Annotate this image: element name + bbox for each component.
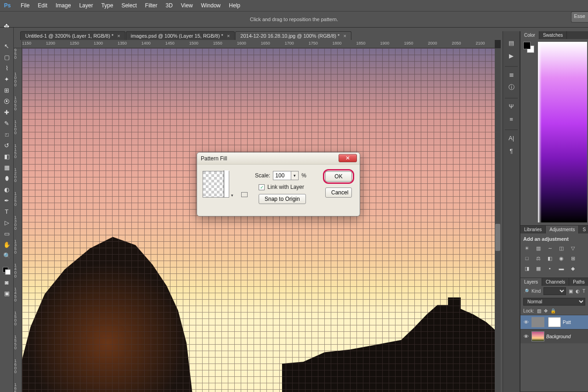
- cancel-button[interactable]: Cancel: [325, 187, 352, 198]
- lasso-tool[interactable]: ⌇: [1, 63, 12, 73]
- layer-thumbnail[interactable]: [531, 317, 544, 327]
- create-pattern-icon[interactable]: [241, 192, 248, 197]
- adj-gradient-map-icon[interactable]: ▬: [558, 265, 565, 272]
- layer-row[interactable]: 👁Background: [520, 329, 588, 343]
- link-with-layer-checkbox[interactable]: ✓: [259, 184, 265, 190]
- clone-source-icon[interactable]: ≡: [506, 114, 517, 124]
- info-icon[interactable]: ⓘ: [506, 82, 517, 92]
- vertical-ruler[interactable]: 9501000105011001150120012501300135014001…: [14, 48, 22, 392]
- layer-mask-thumbnail[interactable]: [548, 317, 561, 327]
- color-swatch-tool[interactable]: [1, 267, 12, 276]
- blur-tool[interactable]: ⬮: [1, 174, 12, 183]
- filter-kind-select[interactable]: [543, 287, 566, 295]
- filter-icon-2[interactable]: ◐: [576, 289, 580, 294]
- paragraph-icon[interactable]: ¶: [506, 146, 517, 156]
- tab-paths[interactable]: Paths: [569, 278, 588, 286]
- zoom-tool[interactable]: 🔍: [1, 251, 12, 260]
- pen-tool[interactable]: ✒: [1, 196, 12, 205]
- color-picker-field[interactable]: [538, 42, 587, 222]
- marquee-tool[interactable]: ▢: [1, 52, 12, 62]
- scale-input[interactable]: ▾: [273, 171, 299, 180]
- actions-icon[interactable]: ▶: [506, 51, 517, 61]
- close-icon[interactable]: ×: [227, 33, 230, 39]
- filter-icon-3[interactable]: T: [582, 289, 585, 294]
- lock-pixels-icon[interactable]: ▧: [537, 308, 541, 313]
- adj-selective-color-icon[interactable]: ◆: [569, 265, 577, 272]
- tab-channels[interactable]: Channels: [542, 278, 569, 286]
- adj-posterize-icon[interactable]: ▦: [535, 265, 542, 272]
- layer-name[interactable]: Patt: [563, 320, 571, 325]
- brushes-icon[interactable]: Ψ: [506, 101, 517, 111]
- adj-curves-icon[interactable]: ∼: [546, 244, 554, 252]
- filter-icon-1[interactable]: ▣: [569, 289, 573, 294]
- foreground-background-swatch[interactable]: [523, 42, 535, 54]
- history-icon[interactable]: ▤: [506, 38, 517, 48]
- document-tab[interactable]: Untitled-1 @ 3200% (Layer 1, RGB/8) *×: [20, 31, 125, 40]
- layer-name[interactable]: Background: [546, 334, 571, 339]
- layer-row[interactable]: 👁Patt: [520, 315, 588, 329]
- document-tab[interactable]: images.psd @ 100% (Layer 15, RGB/8) *×: [126, 31, 235, 40]
- tab-color[interactable]: Color: [520, 31, 539, 39]
- chevron-down-icon[interactable]: ▾: [291, 171, 298, 180]
- hand-tool[interactable]: ✋: [1, 240, 12, 249]
- move-tool[interactable]: ↖: [1, 41, 12, 51]
- menu-help[interactable]: Help: [225, 2, 244, 9]
- blend-mode-select[interactable]: Normal: [523, 298, 585, 306]
- brush-tool[interactable]: ✎: [1, 119, 12, 128]
- adj-hue-icon[interactable]: □: [523, 255, 531, 262]
- menu-file[interactable]: File: [17, 2, 34, 9]
- tab-styles-frag[interactable]: S: [579, 226, 588, 233]
- menu-3d[interactable]: 3D: [161, 2, 176, 9]
- character-icon[interactable]: A|: [506, 133, 517, 143]
- dodge-tool[interactable]: ◐: [1, 185, 12, 194]
- menu-image[interactable]: Image: [51, 2, 75, 9]
- adj-levels-icon[interactable]: ▥: [535, 244, 542, 252]
- adj-balance-icon[interactable]: ⚖: [535, 255, 542, 262]
- stamp-tool[interactable]: ⏍: [1, 130, 12, 139]
- adj-photo-filter-icon[interactable]: ◉: [558, 255, 565, 262]
- menu-window[interactable]: Window: [197, 2, 225, 9]
- visibility-icon[interactable]: 👁: [522, 334, 530, 339]
- menu-type[interactable]: Type: [97, 2, 117, 9]
- visibility-icon[interactable]: 👁: [522, 319, 530, 325]
- shape-tool[interactable]: ▭: [1, 229, 12, 238]
- close-icon[interactable]: ✕: [339, 154, 357, 162]
- menu-select[interactable]: Select: [117, 2, 141, 9]
- document-tab[interactable]: 2014-12-20 16.28.10.jpg @ 100% (RGB/8) *…: [235, 31, 351, 40]
- adj-exposure-icon[interactable]: ◫: [558, 244, 565, 252]
- scale-value-field[interactable]: [273, 171, 291, 180]
- snap-to-origin-button[interactable]: Snap to Origin: [259, 194, 306, 204]
- adj-vibrance-icon[interactable]: ▽: [569, 244, 577, 252]
- adj-invert-icon[interactable]: ◨: [523, 265, 531, 272]
- adj-brightness-icon[interactable]: ☀: [523, 244, 531, 252]
- adj-threshold-icon[interactable]: ▪: [546, 265, 554, 272]
- menu-edit[interactable]: Edit: [34, 2, 51, 9]
- menu-view[interactable]: View: [177, 2, 197, 9]
- lock-all-icon[interactable]: 🔒: [550, 308, 556, 313]
- tab-adjustments[interactable]: Adjustments: [546, 226, 579, 233]
- crop-tool[interactable]: ⊞: [1, 85, 12, 95]
- eyedropper-tool[interactable]: ⦿: [1, 97, 12, 106]
- magic-wand-tool[interactable]: ✦: [1, 74, 12, 84]
- close-icon[interactable]: ×: [343, 33, 346, 39]
- adj-bw-icon[interactable]: ◧: [546, 255, 554, 262]
- layer-thumbnail[interactable]: [531, 331, 544, 341]
- workspace-switcher[interactable]: Esse: [571, 11, 588, 23]
- ok-button[interactable]: OK: [325, 171, 352, 182]
- healing-tool[interactable]: ✚: [1, 108, 12, 117]
- adj-channel-mixer-icon[interactable]: ⊞: [569, 255, 577, 262]
- dialog-titlebar[interactable]: Pattern Fill ✕: [197, 153, 360, 165]
- close-icon[interactable]: ×: [117, 33, 120, 39]
- menu-filter[interactable]: Filter: [141, 2, 162, 9]
- tab-libraries[interactable]: Libraries: [520, 226, 546, 233]
- screen-mode-icon[interactable]: ▣: [1, 289, 12, 298]
- path-select-tool[interactable]: ▷: [1, 218, 12, 227]
- pattern-preview[interactable]: [203, 171, 229, 198]
- type-tool[interactable]: T: [1, 207, 12, 216]
- gradient-tool[interactable]: ▦: [1, 163, 12, 172]
- properties-icon[interactable]: ≣: [506, 69, 517, 80]
- lock-position-icon[interactable]: ✥: [544, 308, 548, 313]
- quick-mask-icon[interactable]: ◙: [1, 278, 12, 287]
- vertical-scrollbar[interactable]: [495, 48, 501, 386]
- menu-layer[interactable]: Layer: [75, 2, 97, 9]
